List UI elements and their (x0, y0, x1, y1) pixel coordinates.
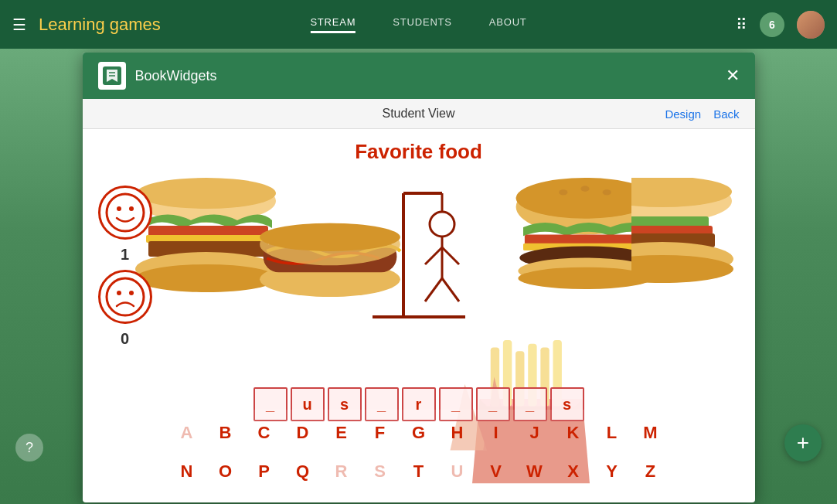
key-O[interactable]: O (209, 455, 243, 489)
svg-point-35 (107, 194, 144, 231)
key-U[interactable]: U (441, 455, 475, 489)
svg-point-45 (430, 212, 454, 237)
key-Y[interactable]: Y (595, 455, 629, 489)
svg-line-47 (425, 247, 442, 264)
key-L[interactable]: L (595, 416, 629, 450)
key-T[interactable]: T (402, 455, 436, 489)
navbar: ☰ Learning games STREAM STUDENTS ABOUT ⠿… (0, 0, 837, 49)
keyboard-row-1: A B C D E F G H I J K L M (98, 416, 740, 450)
modal-header: BookWidgets ✕ (83, 53, 755, 99)
svg-point-40 (129, 291, 134, 295)
sad-count: 0 (121, 330, 129, 348)
nav-tabs: STREAM STUDENTS ABOUT (310, 16, 526, 33)
key-E[interactable]: E (325, 416, 359, 450)
navbar-right: ⠿ 6 (736, 11, 825, 39)
notification-badge[interactable]: 6 (760, 12, 784, 37)
voting-area: 1 0 (98, 186, 152, 348)
svg-rect-17 (524, 234, 646, 244)
key-W[interactable]: W (518, 455, 552, 489)
logo-svg (101, 65, 123, 87)
svg-point-38 (107, 278, 144, 315)
hangman-drawing (342, 178, 496, 332)
keyboard-row-2: N O P Q R S T U V W X Y Z (98, 455, 740, 489)
key-Z[interactable]: Z (634, 455, 668, 489)
user-avatar[interactable] (797, 11, 825, 39)
svg-line-48 (442, 247, 459, 264)
game-area: 1 0 (83, 170, 755, 502)
bookwidgets-logo (98, 62, 126, 90)
toolbar-actions: Design Back (665, 107, 739, 121)
svg-point-37 (129, 206, 134, 211)
key-G[interactable]: G (402, 416, 436, 450)
svg-line-50 (442, 278, 459, 301)
modal-overlay: BookWidgets ✕ Student View Design Back F… (0, 49, 837, 504)
svg-point-15 (580, 186, 589, 192)
help-button[interactable]: ? (15, 434, 43, 461)
key-C[interactable]: C (247, 416, 281, 450)
key-J[interactable]: J (518, 416, 552, 450)
student-view-label: Student View (383, 107, 455, 121)
back-link[interactable]: Back (713, 107, 739, 121)
apps-icon[interactable]: ⠿ (736, 15, 747, 34)
key-P[interactable]: P (247, 455, 281, 489)
key-M[interactable]: M (634, 416, 668, 450)
fab-button[interactable]: + (784, 424, 822, 461)
svg-point-16 (602, 189, 611, 196)
happy-count: 1 (121, 246, 129, 264)
key-B[interactable]: B (209, 416, 243, 450)
key-K[interactable]: K (556, 416, 590, 450)
menu-icon[interactable]: ☰ (12, 15, 26, 34)
tab-stream[interactable]: STREAM (310, 16, 356, 33)
key-H[interactable]: H (441, 416, 475, 450)
key-R[interactable]: R (325, 455, 359, 489)
svg-point-14 (559, 189, 567, 196)
key-F[interactable]: F (363, 416, 397, 450)
modal-brand-name: BookWidgets (135, 68, 217, 84)
key-N[interactable]: N (170, 455, 204, 489)
svg-point-39 (117, 291, 121, 295)
tab-about[interactable]: ABOUT (489, 16, 527, 33)
happy-face[interactable] (98, 186, 152, 240)
svg-point-36 (117, 206, 121, 211)
avatar-image (797, 11, 825, 39)
tab-students[interactable]: STUDENTS (393, 16, 451, 33)
svg-line-49 (425, 278, 442, 301)
modal-close-button[interactable]: ✕ (726, 67, 740, 84)
key-X[interactable]: X (556, 455, 590, 489)
key-Q[interactable]: Q (286, 455, 320, 489)
key-A[interactable]: A (170, 416, 204, 450)
design-link[interactable]: Design (665, 107, 701, 121)
keyboard-area: A B C D E F G H I J K L M N O P (83, 410, 755, 502)
app-title: Learning games (39, 15, 161, 35)
modal-toolbar: Student View Design Back (83, 99, 755, 129)
key-S[interactable]: S (363, 455, 397, 489)
key-D[interactable]: D (286, 416, 320, 450)
sad-face[interactable] (98, 270, 152, 324)
key-I[interactable]: I (479, 416, 513, 450)
sad-face-svg (105, 277, 145, 317)
sandwich-right-image (631, 178, 755, 294)
modal: BookWidgets ✕ Student View Design Back F… (83, 53, 755, 502)
key-V[interactable]: V (479, 455, 513, 489)
game-title: Favorite food (83, 129, 755, 170)
happy-face-svg (105, 192, 145, 233)
